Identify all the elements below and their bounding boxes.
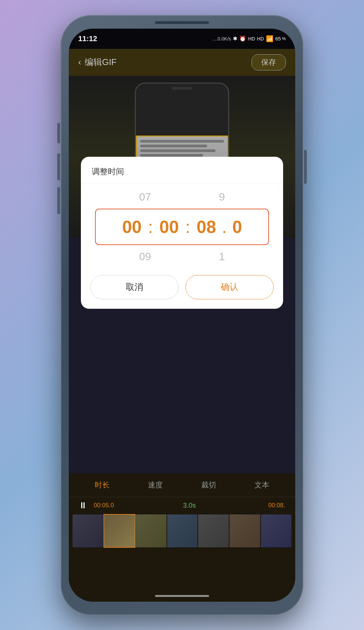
decimal-dot: . xyxy=(220,217,229,237)
back-button[interactable]: ‹ xyxy=(78,57,81,67)
below-seconds: 09 xyxy=(139,250,151,263)
play-pause-button[interactable]: ⏸ xyxy=(75,498,90,513)
timeline-markers: 00:05.0 3.0s 00:08. xyxy=(90,499,289,512)
above-row: 07 9 xyxy=(92,191,272,203)
status-time: 11:12 xyxy=(78,34,97,43)
filmstrip xyxy=(72,514,292,548)
battery-unit: % xyxy=(282,36,286,41)
status-bar: 11:12 ....0.0K/s ✱ ⏰ HD HD 📶 65 % xyxy=(69,29,295,49)
bluetooth-icon: ✱ xyxy=(233,35,237,42)
phone-frame: 11:12 ....0.0K/s ✱ ⏰ HD HD 📶 65 % ‹ 编辑GI… xyxy=(61,15,303,615)
signal-icon2: HD xyxy=(257,36,264,41)
film-frame-5 xyxy=(198,514,229,548)
page-title: 编辑GIF xyxy=(85,56,117,68)
tab-crop[interactable]: 裁切 xyxy=(201,480,216,490)
battery-icon: 65 % xyxy=(275,36,286,41)
above-seconds: 07 xyxy=(139,191,151,203)
time-marker-left: 00:05.0 xyxy=(94,502,114,509)
time-adjust-dialog: 调整时间 07 9 00 : 00 : 08 . 0 xyxy=(81,157,283,309)
tab-duration[interactable]: 时长 xyxy=(95,480,110,490)
tab-speed[interactable]: 速度 xyxy=(148,480,163,490)
dialog-buttons: 取消 确认 xyxy=(81,270,283,309)
time-marker-center: 3.0s xyxy=(183,502,196,509)
below-decimal: 1 xyxy=(219,250,225,263)
wifi-icon: 📶 xyxy=(266,35,273,42)
film-frame-7 xyxy=(261,514,292,548)
time-picker: 07 9 00 : 00 : 08 . 0 09 1 xyxy=(81,184,283,263)
separator-1: : xyxy=(145,217,155,237)
separator-2: : xyxy=(183,217,193,237)
save-button[interactable]: 保存 xyxy=(251,54,286,70)
time-hours: 00 xyxy=(118,217,145,237)
tab-text[interactable]: 文本 xyxy=(254,480,269,490)
status-icons: ....0.0K/s ✱ ⏰ HD HD 📶 65 % xyxy=(212,35,286,42)
film-frame-4 xyxy=(167,514,198,548)
film-frame-2 xyxy=(103,514,135,548)
time-display-box[interactable]: 00 : 00 : 08 . 0 xyxy=(95,209,269,245)
bottom-toolbar: 时长 速度 裁切 文本 ⏸ 00:05.0 3.0s 00:08. xyxy=(69,474,295,602)
film-frame-3 xyxy=(135,514,167,548)
phone-notch xyxy=(155,21,209,24)
film-frame-6 xyxy=(229,514,261,548)
app-header: ‹ 编辑GIF 保存 xyxy=(69,49,295,76)
timeline-header: ⏸ 00:05.0 3.0s 00:08. xyxy=(69,497,295,514)
film-frame-1 xyxy=(72,514,103,548)
time-decisecond: 0 xyxy=(229,217,246,237)
alarm-icon: ⏰ xyxy=(239,35,246,42)
time-marker-right: 00:08. xyxy=(268,502,285,509)
confirm-button[interactable]: 确认 xyxy=(185,275,274,299)
signal-icon: HD xyxy=(248,36,255,41)
toolbar-tabs: 时长 速度 裁切 文本 xyxy=(69,474,295,497)
cancel-button[interactable]: 取消 xyxy=(90,275,179,299)
header-left: ‹ 编辑GIF xyxy=(78,56,117,68)
home-indicator xyxy=(155,595,209,597)
time-seconds: 08 xyxy=(193,217,220,237)
dialog-title: 调整时间 xyxy=(81,157,283,184)
above-decimal: 9 xyxy=(219,191,225,203)
network-speed: ....0.0K/s xyxy=(212,36,231,41)
phone-screen: 11:12 ....0.0K/s ✱ ⏰ HD HD 📶 65 % ‹ 编辑GI… xyxy=(69,29,295,602)
below-row: 09 1 xyxy=(92,250,272,263)
battery-level: 65 xyxy=(275,36,281,41)
time-minutes: 00 xyxy=(156,217,183,237)
